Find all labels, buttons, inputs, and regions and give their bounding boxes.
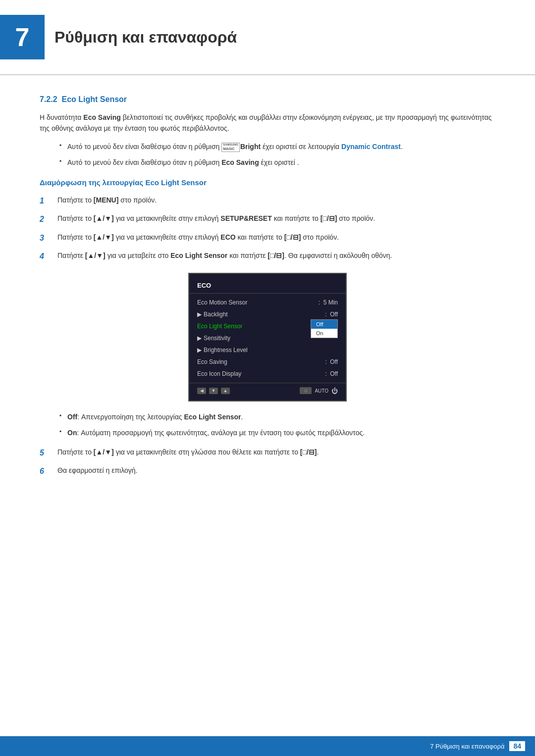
page-container: 7 Ρύθμιση και επαναφορά 7.2.2 Eco Light … bbox=[0, 0, 535, 756]
intro-paragraph: Η δυνατότητα Eco Saving βελτιστοποιεί τι… bbox=[40, 112, 495, 134]
eco-menu-container: ECO Eco Motion Sensor : 5 Min ▶ Backligh… bbox=[40, 273, 495, 402]
steps-list-2: 5 Πατήστε το [▲/▼] για να μετακινηθείτε … bbox=[40, 447, 495, 478]
eco-dropdown: Off On bbox=[311, 319, 338, 338]
chapter-number: 7 bbox=[15, 22, 30, 52]
eco-menu-item-backlight: ▶ Backlight : Off bbox=[189, 308, 346, 320]
option-bullet-list: Off: Απενεργοποίηση της λειτουργίας Eco … bbox=[59, 411, 495, 439]
eco-menu-screenshot: ECO Eco Motion Sensor : 5 Min ▶ Backligh… bbox=[188, 273, 347, 402]
eco-dropdown-off: Off bbox=[311, 320, 337, 329]
option-off: Off: Απενεργοποίηση της λειτουργίας Eco … bbox=[59, 411, 495, 422]
auto-label: AUTO bbox=[315, 388, 328, 394]
eco-menu-title: ECO bbox=[189, 280, 346, 294]
section-heading: 7.2.2 Eco Light Sensor bbox=[40, 95, 495, 104]
chapter-header: 7 Ρύθμιση και επαναφορά bbox=[0, 0, 535, 75]
step-item-2: 2 Πατήστε το [▲/▼] για να μετακινηθείτε … bbox=[40, 213, 495, 226]
eco-menu-item-brightness-level: ▶ Brightness Level bbox=[189, 344, 346, 356]
eco-menu-item-motion-sensor: Eco Motion Sensor : 5 Min bbox=[189, 297, 346, 308]
page-footer: 7 Ρύθμιση και επαναφορά 84 bbox=[0, 736, 535, 756]
eco-menu-item-eco-saving: Eco Saving : Off bbox=[189, 356, 346, 368]
chapter-title: Ρύθμιση και επαναφορά bbox=[54, 28, 237, 47]
step-item-4: 4 Πατήστε [▲/▼] για να μεταβείτε στο Eco… bbox=[40, 250, 495, 263]
content-area: 7.2.2 Eco Light Sensor Η δυνατότητα Eco … bbox=[0, 80, 535, 513]
steps-list-1: 1 Πατήστε το [MENU] στο προϊόν. 2 Πατήστ… bbox=[40, 195, 495, 263]
nav-down-btn: ▼ bbox=[209, 388, 218, 394]
intro-bullet-list: Αυτό το μενού δεν είναι διαθέσιμο όταν η… bbox=[59, 141, 495, 168]
eco-menu-item-light-sensor: Eco Light Sensor : Off On bbox=[189, 320, 346, 332]
chapter-number-box: 7 bbox=[0, 15, 45, 59]
eco-menu-item-icon-display: Eco Icon Display : Off bbox=[189, 368, 346, 380]
sub-heading: Διαμόρφωση της λειτουργίας Eco Light Sen… bbox=[40, 178, 495, 187]
magic-badge: SAMSUNGMAGIC bbox=[221, 143, 240, 152]
step-item-6: 6 Θα εφαρμοστεί η επιλογή. bbox=[40, 465, 495, 478]
bullet-item-2: Αυτό το μενού δεν είναι διαθέσιμο όταν η… bbox=[59, 157, 495, 168]
step-item-3: 3 Πατήστε το [▲/▼] για να μετακινηθείτε … bbox=[40, 232, 495, 245]
footer-page-number: 84 bbox=[509, 741, 525, 751]
step-item-1: 1 Πατήστε το [MENU] στο προϊόν. bbox=[40, 195, 495, 207]
eco-menu-bottom-bar: ◀ ▼ ▲ □ AUTO ⏻ bbox=[189, 383, 346, 395]
power-icon: ⏻ bbox=[331, 387, 338, 395]
nav-up-btn: ▲ bbox=[221, 388, 230, 394]
nav-left-btn: ◀ bbox=[197, 388, 206, 394]
option-on: On: Αυτόματη προσαρμογή της φωτεινότητας… bbox=[59, 427, 495, 438]
nav-select-btn: □ bbox=[300, 387, 312, 394]
eco-dropdown-on: On bbox=[311, 329, 337, 338]
step-item-5: 5 Πατήστε το [▲/▼] για να μετακινηθείτε … bbox=[40, 447, 495, 459]
footer-chapter-label: 7 Ρύθμιση και επαναφορά bbox=[430, 743, 504, 750]
bullet-item-1: Αυτό το μενού δεν είναι διαθέσιμο όταν η… bbox=[59, 141, 495, 152]
